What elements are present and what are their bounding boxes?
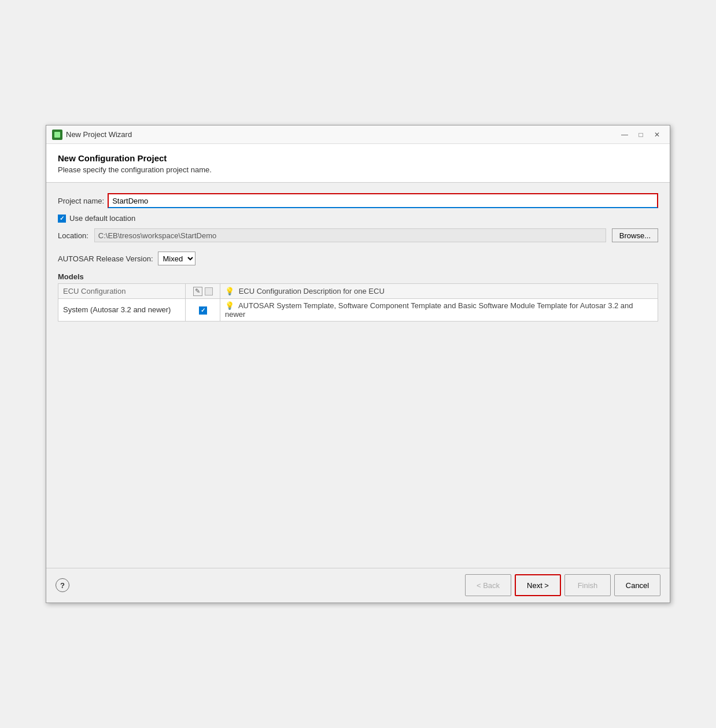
system-model-name: System (Autosar 3.2 and newer) — [58, 298, 186, 321]
project-name-label: Project name: — [58, 197, 104, 205]
titlebar-controls: — □ ✕ — [618, 129, 664, 141]
app-icon — [52, 130, 62, 140]
models-table: ECU Configuration ✎ 💡 ECU Configuration … — [58, 283, 658, 321]
models-section: Models ECU Configuration ✎ 💡 — [58, 272, 658, 321]
back-button[interactable]: < Back — [465, 574, 511, 596]
wizard-window: New Project Wizard — □ ✕ New Configurati… — [46, 125, 670, 603]
project-name-input[interactable] — [108, 193, 658, 208]
footer-left: ? — [56, 578, 69, 592]
location-label: Location: — [58, 231, 88, 240]
close-button[interactable]: ✕ — [650, 129, 664, 141]
use-default-location-checkbox[interactable] — [58, 215, 66, 223]
ecu-config-name: ECU Configuration — [58, 284, 186, 299]
main-content: Project name: Use default location Locat… — [46, 183, 670, 568]
autosar-release-dropdown[interactable]: Mixed R4.0 R3.2 — [158, 252, 195, 265]
location-row: Location: Browse... — [58, 228, 658, 242]
dialog-subtitle: Please specify the configuration project… — [58, 165, 658, 174]
empty-area — [58, 326, 658, 557]
system-model-desc: 💡 AUTOSAR System Template, Software Comp… — [220, 298, 658, 321]
footer: ? < Back Next > Finish Cancel — [46, 568, 670, 603]
cancel-button[interactable]: Cancel — [614, 574, 660, 596]
next-button[interactable]: Next > — [515, 574, 561, 596]
use-default-location-label: Use default location — [69, 214, 135, 223]
bulb-icon: 💡 — [225, 287, 234, 295]
system-model-checkbox-primary[interactable]: ✓ — [199, 306, 207, 315]
window-title: New Project Wizard — [66, 130, 132, 139]
finish-button[interactable]: Finish — [564, 574, 611, 596]
project-name-row: Project name: — [58, 193, 658, 208]
models-title: Models — [58, 272, 658, 281]
ecu-config-description: ECU Configuration Description for one EC… — [239, 287, 385, 295]
autosar-release-label: AUTOSAR Release Version: — [58, 254, 153, 263]
footer-right: < Back Next > Finish Cancel — [465, 574, 660, 596]
titlebar-left: New Project Wizard — [52, 130, 132, 140]
autosar-release-row: AUTOSAR Release Version: Mixed R4.0 R3.2 — [58, 252, 658, 265]
bulb-icon: 💡 — [225, 301, 234, 310]
help-button[interactable]: ? — [56, 578, 69, 592]
table-row: System (Autosar 3.2 and newer) ✓ 💡 AUTOS… — [58, 298, 658, 321]
ecu-config-checkbox-edit[interactable]: ✎ — [193, 287, 202, 296]
system-model-description: AUTOSAR System Template, Software Compon… — [225, 301, 633, 319]
browse-button[interactable]: Browse... — [612, 228, 658, 242]
maximize-button[interactable]: □ — [634, 129, 648, 141]
ecu-config-checkbox-secondary[interactable] — [205, 287, 213, 295]
location-input[interactable] — [94, 228, 606, 242]
use-default-location-row: Use default location — [58, 214, 658, 223]
ecu-config-checkboxes: ✎ — [186, 284, 220, 299]
minimize-button[interactable]: — — [618, 129, 632, 141]
dialog-title: New Configuration Project — [58, 153, 658, 163]
table-row: ECU Configuration ✎ 💡 ECU Configuration … — [58, 284, 658, 299]
titlebar: New Project Wizard — □ ✕ — [46, 125, 670, 144]
system-model-checkboxes: ✓ — [186, 298, 220, 321]
content-header: New Configuration Project Please specify… — [46, 144, 670, 183]
ecu-config-desc: 💡 ECU Configuration Description for one … — [220, 284, 658, 299]
